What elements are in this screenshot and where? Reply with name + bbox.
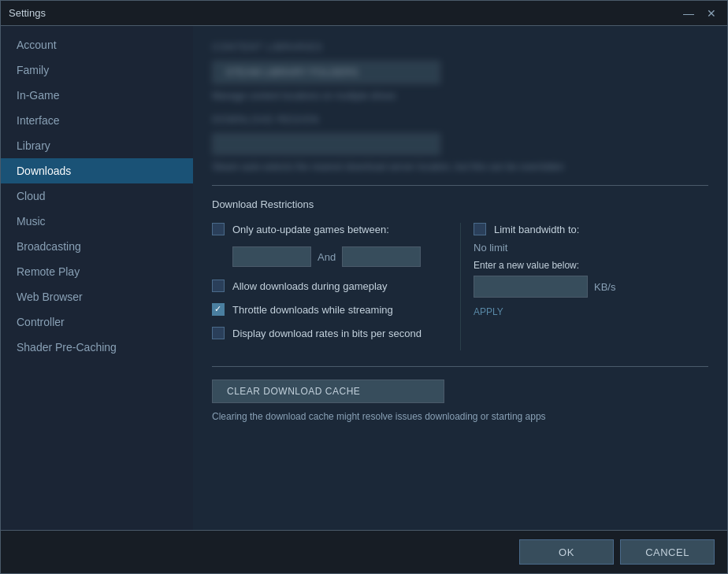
allow-downloads-label[interactable]: Allow downloads during gameplay xyxy=(232,280,388,292)
close-button[interactable]: ✕ xyxy=(704,7,719,20)
region-row xyxy=(212,133,708,155)
restrictions-left-col: Only auto-update games between: And Allo… xyxy=(212,223,460,350)
time-start-input[interactable] xyxy=(232,246,311,267)
sidebar-item-interface[interactable]: Interface xyxy=(1,108,193,133)
throttle-checkbox[interactable] xyxy=(212,303,225,316)
sidebar-item-controller[interactable]: Controller xyxy=(1,309,193,335)
sidebar-item-downloads[interactable]: Downloads xyxy=(1,158,193,183)
cache-section: CLEAR DOWNLOAD CACHE Clearing the downlo… xyxy=(212,366,708,422)
allow-downloads-row: Allow downloads during gameplay xyxy=(212,280,448,292)
title-bar-controls: — ✕ xyxy=(680,7,719,20)
sidebar-item-account[interactable]: Account xyxy=(1,32,193,57)
cancel-button[interactable]: CANCEL xyxy=(620,539,715,565)
manage-content-text: Manage content locations on multiple dri… xyxy=(212,91,708,102)
sidebar-item-remote-play[interactable]: Remote Play xyxy=(1,259,193,284)
title-bar: Settings — ✕ xyxy=(1,1,727,26)
main-content: Content Libraries STEAM LIBRARY FOLDERS … xyxy=(193,26,727,530)
region-note: Steam auto-selects the nearest download … xyxy=(212,161,708,172)
sidebar: Account Family In-Game Interface Library… xyxy=(1,26,193,530)
kb-input[interactable] xyxy=(474,276,588,298)
throttle-label[interactable]: Throttle downloads while streaming xyxy=(232,304,393,316)
ok-button[interactable]: OK xyxy=(519,539,614,565)
region-input xyxy=(212,133,440,155)
limit-bandwidth-label[interactable]: Limit bandwidth to: xyxy=(494,224,579,235)
and-label: And xyxy=(318,251,336,263)
sidebar-item-web-browser[interactable]: Web Browser xyxy=(1,284,193,309)
sidebar-item-shader-pre-caching[interactable]: Shader Pre-Caching xyxy=(1,335,193,360)
auto-update-row: Only auto-update games between: xyxy=(212,223,448,235)
restrictions-right-col: Limit bandwidth to: No limit Enter a new… xyxy=(460,223,708,350)
download-region-title: Download Region xyxy=(212,114,708,125)
blurred-content-libraries: Content Libraries STEAM LIBRARY FOLDERS … xyxy=(212,42,708,172)
auto-update-checkbox[interactable] xyxy=(212,223,225,235)
content-area: Account Family In-Game Interface Library… xyxy=(1,26,727,530)
kb-input-row: KB/s xyxy=(474,276,708,298)
cache-note: Clearing the download cache might resolv… xyxy=(212,411,708,422)
bandwidth-row: Limit bandwidth to: xyxy=(474,223,708,235)
time-range-row: And xyxy=(232,246,448,267)
enter-value-label: Enter a new value below: xyxy=(474,260,708,271)
download-restrictions-section: Download Restrictions Only auto-update g… xyxy=(212,185,708,350)
kb-unit-label: KB/s xyxy=(594,281,615,293)
display-bits-checkbox[interactable] xyxy=(212,327,225,339)
no-limit-text: No limit xyxy=(474,242,708,254)
sidebar-item-music[interactable]: Music xyxy=(1,209,193,234)
throttle-row: Throttle downloads while streaming xyxy=(212,303,448,316)
apply-button[interactable]: APPLY xyxy=(474,306,503,317)
footer: OK CANCEL xyxy=(1,530,727,573)
limit-bandwidth-checkbox[interactable] xyxy=(474,223,486,235)
settings-window: Settings — ✕ Account Family In-Game Inte… xyxy=(0,0,728,574)
minimize-button[interactable]: — xyxy=(680,7,697,20)
window-title: Settings xyxy=(9,7,46,19)
time-end-input[interactable] xyxy=(342,246,421,267)
sidebar-item-family[interactable]: Family xyxy=(1,57,193,83)
sidebar-item-library[interactable]: Library xyxy=(1,133,193,158)
content-libraries-title: Content Libraries xyxy=(212,42,708,53)
clear-cache-button[interactable]: CLEAR DOWNLOAD CACHE xyxy=(212,380,444,403)
restrictions-title: Download Restrictions xyxy=(212,198,708,210)
allow-downloads-checkbox[interactable] xyxy=(212,280,225,292)
sidebar-item-cloud[interactable]: Cloud xyxy=(1,183,193,209)
sidebar-item-broadcasting[interactable]: Broadcasting xyxy=(1,234,193,259)
restrictions-grid: Only auto-update games between: And Allo… xyxy=(212,223,708,350)
display-bits-label[interactable]: Display download rates in bits per secon… xyxy=(232,328,422,339)
auto-update-label[interactable]: Only auto-update games between: xyxy=(232,224,389,235)
display-bits-row: Display download rates in bits per secon… xyxy=(212,327,448,339)
sidebar-item-in-game[interactable]: In-Game xyxy=(1,83,193,108)
steam-library-folders-btn: STEAM LIBRARY FOLDERS xyxy=(212,61,440,84)
